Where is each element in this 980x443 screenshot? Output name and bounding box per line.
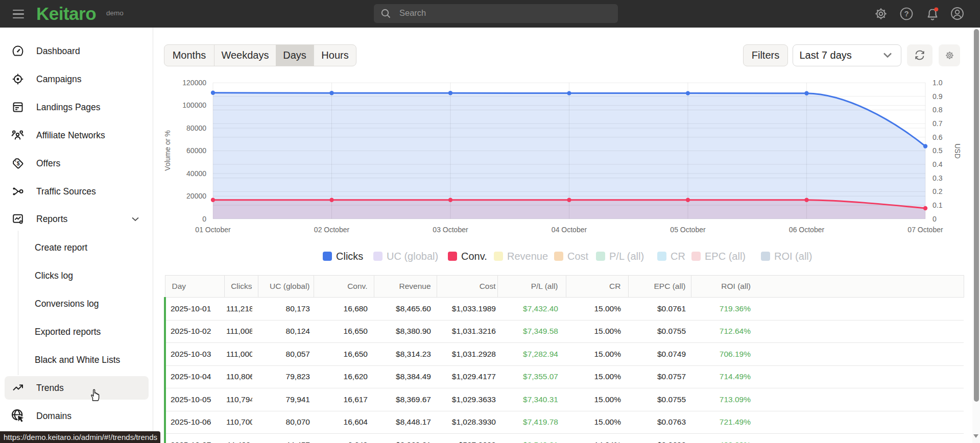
svg-text:0.4: 0.4 <box>933 160 943 168</box>
svg-text:0.3: 0.3 <box>933 174 943 182</box>
svg-text:0.8: 0.8 <box>933 106 943 114</box>
svg-text:40000: 40000 <box>186 169 206 178</box>
svg-text:$: $ <box>17 160 20 166</box>
svg-text:07 October: 07 October <box>907 226 943 234</box>
svg-text:0.7: 0.7 <box>933 119 943 128</box>
svg-text:01 October: 01 October <box>195 226 231 234</box>
svg-text:20000: 20000 <box>186 192 206 200</box>
svg-text:CR: CR <box>671 251 685 262</box>
svg-text:0.5: 0.5 <box>933 146 943 155</box>
svg-text:UC (global): UC (global) <box>387 251 438 262</box>
svg-text:ROI (all): ROI (all) <box>774 251 812 262</box>
svg-text:0: 0 <box>202 215 206 223</box>
svg-text:0: 0 <box>933 215 937 223</box>
svg-text:Conv.: Conv. <box>461 251 487 262</box>
svg-text:?: ? <box>904 9 909 18</box>
svg-text:1.0: 1.0 <box>933 79 943 87</box>
svg-text:0.6: 0.6 <box>933 133 943 141</box>
svg-text:60000: 60000 <box>186 146 206 155</box>
svg-text:05 October: 05 October <box>670 226 706 234</box>
svg-text:04 October: 04 October <box>552 226 587 234</box>
svg-text:03 October: 03 October <box>433 226 468 234</box>
svg-text:0.9: 0.9 <box>933 92 943 101</box>
svg-text:Revenue: Revenue <box>507 251 548 262</box>
svg-text:0.2: 0.2 <box>933 187 943 195</box>
svg-text:0.1: 0.1 <box>933 201 943 209</box>
svg-text:USD: USD <box>953 143 962 159</box>
svg-text:80000: 80000 <box>186 124 206 132</box>
svg-text:120000: 120000 <box>182 79 206 87</box>
svg-text:P/L (all): P/L (all) <box>609 251 644 262</box>
svg-text:EPC (all): EPC (all) <box>705 251 746 262</box>
svg-text:06 October: 06 October <box>789 226 825 234</box>
svg-text:Cost: Cost <box>567 251 589 262</box>
svg-text:Clicks: Clicks <box>336 251 363 262</box>
svg-text:Volume or %: Volume or % <box>163 130 172 170</box>
svg-text:02 October: 02 October <box>314 226 350 234</box>
svg-text:100000: 100000 <box>182 101 206 109</box>
